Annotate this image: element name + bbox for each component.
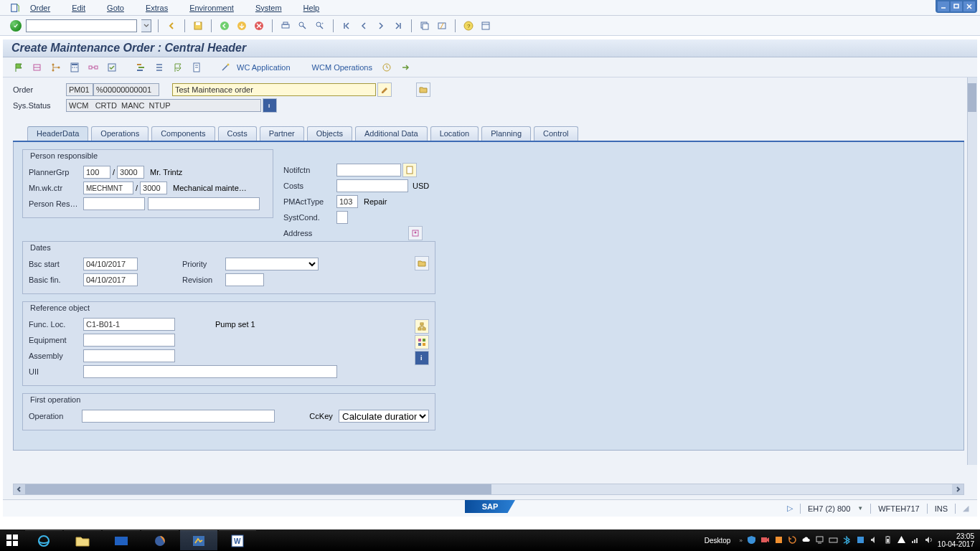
taskbar-firefox[interactable] bbox=[141, 530, 179, 550]
show-desktop-label[interactable]: Desktop bbox=[705, 537, 731, 545]
plannergrp-field-1[interactable] bbox=[83, 166, 110, 179]
layout-menu-button[interactable] bbox=[479, 19, 492, 32]
status-system-dropdown[interactable]: ▼ bbox=[857, 505, 863, 512]
personres-field-1[interactable] bbox=[83, 197, 145, 210]
taskbar-clock[interactable]: 23:05 10-04-2017 bbox=[938, 532, 976, 548]
address-button[interactable] bbox=[408, 226, 423, 240]
tree-icon[interactable] bbox=[49, 60, 63, 75]
costs-field[interactable] bbox=[336, 179, 408, 192]
tab-location[interactable]: Location bbox=[430, 126, 479, 141]
tab-costs[interactable]: Costs bbox=[218, 126, 257, 141]
tray-video-icon[interactable] bbox=[760, 535, 770, 546]
release-icon[interactable] bbox=[30, 60, 44, 75]
tray-app2-icon[interactable] bbox=[856, 535, 865, 546]
tab-partner[interactable]: Partner bbox=[260, 126, 304, 141]
equipment-field[interactable] bbox=[83, 334, 175, 347]
scroll-right-button[interactable] bbox=[952, 484, 963, 494]
maximize-button[interactable] bbox=[951, 1, 962, 11]
list-icon[interactable] bbox=[152, 60, 166, 75]
cancel-button[interactable] bbox=[253, 19, 265, 32]
new-session-button[interactable] bbox=[418, 19, 431, 32]
tab-headerdata[interactable]: HeaderData bbox=[27, 126, 88, 141]
priority-select[interactable] bbox=[225, 258, 319, 270]
vertical-scrollbar[interactable] bbox=[967, 77, 977, 465]
status-system[interactable]: EH7 (2) 800 bbox=[808, 504, 850, 513]
nav-back-button[interactable] bbox=[218, 19, 231, 32]
last-page-button[interactable] bbox=[392, 19, 405, 32]
prev-page-button[interactable] bbox=[357, 19, 370, 32]
tab-control[interactable]: Control bbox=[534, 126, 578, 141]
notif-create-button[interactable] bbox=[402, 163, 417, 177]
tray-refresh-icon[interactable] bbox=[788, 535, 797, 546]
taskbar-word[interactable]: W bbox=[219, 530, 256, 550]
find-next-button[interactable]: + bbox=[314, 19, 326, 32]
back-button[interactable] bbox=[165, 19, 178, 32]
edit-description-button[interactable] bbox=[377, 83, 392, 97]
order-description-input[interactable] bbox=[172, 83, 376, 96]
tab-components[interactable]: Components bbox=[151, 126, 215, 141]
find-button[interactable] bbox=[296, 19, 309, 32]
mnwkctr-field-2[interactable] bbox=[140, 182, 167, 194]
object-info-button[interactable]: i bbox=[415, 351, 429, 365]
tab-additional-data[interactable]: Additional Data bbox=[355, 126, 428, 141]
menu-system[interactable]: System bbox=[255, 4, 282, 12]
tray-sound-icon[interactable] bbox=[870, 535, 879, 546]
tray-bluetooth-icon[interactable] bbox=[842, 535, 852, 546]
menu-order[interactable]: Order bbox=[30, 4, 50, 12]
tray-battery-icon[interactable] bbox=[883, 535, 892, 546]
menu-help[interactable]: Help bbox=[303, 4, 320, 12]
enter-button[interactable] bbox=[10, 20, 22, 32]
arrow-icon[interactable] bbox=[398, 60, 413, 75]
personres-field-2[interactable] bbox=[148, 197, 260, 210]
assembly-field[interactable] bbox=[83, 349, 175, 362]
sap-menu-icon[interactable] bbox=[10, 3, 20, 13]
menu-edit[interactable]: Edit bbox=[72, 4, 85, 12]
cckey-select[interactable]: Calculate duration bbox=[339, 410, 429, 423]
command-field[interactable] bbox=[26, 19, 137, 32]
pmacttype-field[interactable] bbox=[336, 195, 358, 208]
wcm-operations-link[interactable]: WCM Operations bbox=[312, 63, 372, 72]
command-dropdown[interactable] bbox=[141, 19, 151, 32]
status-info-button[interactable]: i bbox=[263, 98, 277, 113]
operation-field[interactable] bbox=[82, 410, 275, 423]
wand-icon[interactable] bbox=[218, 60, 232, 75]
gantt-icon[interactable] bbox=[133, 60, 148, 75]
tray-wifi-icon[interactable] bbox=[910, 535, 920, 546]
shortcut-button[interactable] bbox=[435, 19, 448, 32]
save-button[interactable] bbox=[192, 19, 204, 32]
plannergrp-field-2[interactable] bbox=[117, 166, 144, 179]
flag-icon[interactable] bbox=[11, 60, 26, 75]
revision-field[interactable] bbox=[225, 273, 264, 286]
minimize-button[interactable] bbox=[938, 1, 949, 11]
tab-operations[interactable]: Operations bbox=[91, 126, 149, 141]
mnwkctr-field-1[interactable] bbox=[83, 182, 133, 194]
help-button[interactable]: ? bbox=[462, 19, 475, 32]
uii-field[interactable] bbox=[83, 365, 337, 378]
menu-goto[interactable]: Goto bbox=[107, 4, 124, 12]
object-list-button[interactable] bbox=[415, 335, 429, 349]
horizontal-scrollbar[interactable] bbox=[13, 484, 964, 495]
print-button[interactable] bbox=[279, 19, 292, 32]
tray-onedrive-icon[interactable] bbox=[801, 535, 811, 546]
close-button[interactable] bbox=[963, 1, 975, 11]
tray-keyboard-icon[interactable] bbox=[829, 535, 838, 546]
complete-icon[interactable] bbox=[171, 60, 185, 75]
bscstart-field[interactable] bbox=[83, 258, 138, 270]
tab-planning[interactable]: Planning bbox=[481, 126, 531, 141]
nav-arrow-icon[interactable]: ▷ bbox=[787, 504, 793, 513]
systcond-field[interactable] bbox=[336, 211, 348, 224]
taskbar-lenovo[interactable] bbox=[103, 530, 140, 550]
start-button[interactable] bbox=[0, 529, 24, 551]
dates-folder-button[interactable] bbox=[415, 256, 429, 270]
nav-exit-button[interactable] bbox=[235, 19, 248, 32]
menu-environment[interactable]: Environment bbox=[189, 4, 234, 12]
tray-net-icon[interactable] bbox=[815, 535, 824, 546]
tray-app-icon[interactable] bbox=[774, 535, 783, 546]
first-page-button[interactable] bbox=[340, 19, 353, 32]
calc-icon[interactable] bbox=[67, 60, 82, 75]
tab-objects[interactable]: Objects bbox=[307, 126, 352, 141]
funcloc-field[interactable] bbox=[83, 318, 175, 331]
taskbar-saplogon[interactable] bbox=[180, 530, 217, 550]
folder-button[interactable] bbox=[416, 83, 430, 97]
tray-volume-icon[interactable] bbox=[924, 535, 933, 546]
